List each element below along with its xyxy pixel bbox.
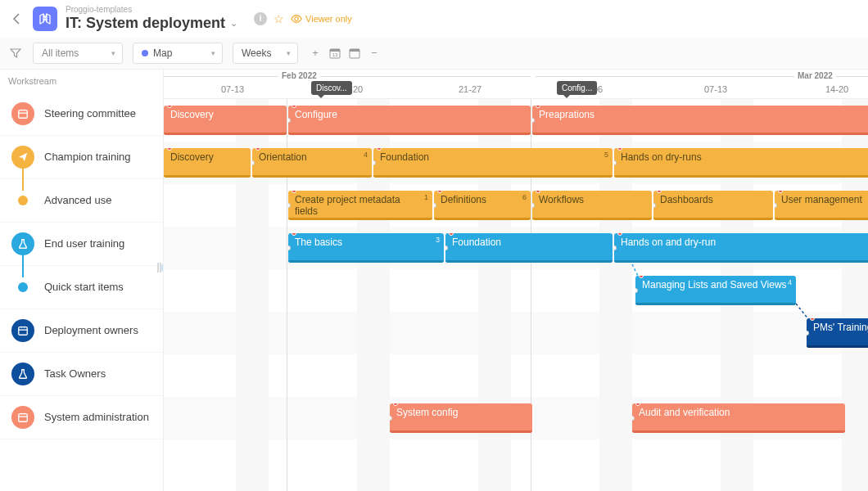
timeline-chart[interactable]: Feb 2022Mar 202207-1314-2021-2728-0607-1… <box>164 70 868 491</box>
back-button[interactable] <box>8 11 25 27</box>
sidebar-item[interactable]: Deployment owners <box>0 309 163 353</box>
task-bar[interactable]: Discovery <box>164 106 287 135</box>
sidebar-item-label: Advanced use <box>44 194 111 206</box>
resize-handle-left[interactable] <box>614 246 617 250</box>
breadcrumb[interactable]: Proggio-templates <box>66 5 237 15</box>
scale-select[interactable]: Weeks <box>233 43 298 64</box>
calendar-icon <box>11 406 34 429</box>
page-title: IT: System deployment <box>66 15 225 33</box>
task-underline <box>288 218 432 220</box>
task-bar[interactable]: Orientation4 <box>252 148 372 178</box>
status-dot-icon <box>810 318 815 321</box>
header: Proggio-templates IT: System deployment … <box>0 0 868 38</box>
title-row[interactable]: IT: System deployment ⌄ <box>66 15 237 33</box>
status-dot-icon <box>437 191 442 193</box>
task-bar[interactable]: Preaprations <box>532 106 868 135</box>
resize-handle-left[interactable] <box>632 416 635 421</box>
task-bar[interactable]: Hands on dry-runs <box>614 148 868 178</box>
send-icon <box>11 146 34 169</box>
resize-handle-left[interactable] <box>288 203 291 208</box>
task-bar[interactable]: Discovery <box>164 148 251 178</box>
sidebar-item[interactable]: Advanced use <box>0 179 163 223</box>
resize-handle-left[interactable] <box>434 203 436 208</box>
resize-handle-left[interactable] <box>807 331 809 336</box>
task-count: 3 <box>436 236 440 244</box>
task-tooltip: Discov... <box>311 81 352 95</box>
sidebar-item[interactable]: End user training <box>0 223 163 266</box>
resize-handle-left[interactable] <box>614 160 617 165</box>
sidebar-item[interactable]: Quick start items <box>0 266 163 309</box>
calendar-icon <box>11 102 34 125</box>
task-bar[interactable]: User management <box>775 191 868 220</box>
week-label: 07-13 <box>704 84 727 94</box>
minus-icon[interactable]: − <box>367 46 382 61</box>
chart-body[interactable]: DiscoveryConfigurePreaprationsDiscoveryO… <box>164 99 868 491</box>
info-icon[interactable]: i <box>254 12 267 25</box>
task-bar[interactable]: PMs' Training <box>807 318 868 348</box>
resize-handle-left[interactable] <box>532 203 535 208</box>
task-bar[interactable]: The basics3 <box>288 233 444 263</box>
filter-icon[interactable] <box>8 47 23 59</box>
task-bar[interactable]: System config <box>390 403 532 433</box>
resize-handle-left[interactable] <box>373 160 376 165</box>
workstream-dot-icon <box>18 196 28 205</box>
status-dot-icon <box>536 191 540 193</box>
sidebar-collapse-handle[interactable] <box>155 258 164 282</box>
task-bar[interactable]: Managing Lists and Saved Views4 <box>635 276 796 305</box>
status-dot-icon <box>255 148 260 151</box>
status-dot-icon <box>657 191 662 193</box>
workstream-header: Workstream <box>0 70 163 92</box>
task-label: Dashboards <box>660 194 713 205</box>
resize-handle-left[interactable] <box>445 246 448 250</box>
task-count: 6 <box>522 193 527 201</box>
filter-select[interactable]: All items <box>33 43 123 64</box>
task-bar[interactable]: Dashboards <box>653 191 773 220</box>
sidebar-item-label: Champion training <box>44 151 131 163</box>
resize-handle-left[interactable] <box>252 160 255 165</box>
calendar-day-icon[interactable]: 13 <box>328 46 342 61</box>
resize-handle-left[interactable] <box>532 118 535 123</box>
task-bar[interactable]: Foundation5 <box>373 148 613 178</box>
resize-handle-left[interactable] <box>775 203 777 208</box>
resize-handle-left[interactable] <box>635 288 638 293</box>
task-underline <box>164 175 251 178</box>
task-bar[interactable]: Hands on and dry-run <box>614 233 868 263</box>
resize-handle-left[interactable] <box>390 416 392 421</box>
calendar-icon[interactable] <box>347 46 362 61</box>
task-label: Orientation <box>259 151 307 163</box>
header-actions: i ☆ Viewer only <box>254 12 352 25</box>
sidebar-item-label: System administration <box>44 411 149 423</box>
resize-handle-left[interactable] <box>653 203 656 208</box>
week-label: 14-20 <box>825 84 848 94</box>
task-label: System config <box>396 407 458 418</box>
star-icon[interactable]: ☆ <box>274 12 284 25</box>
task-label: PMs' Training <box>813 322 868 333</box>
task-underline <box>775 218 868 220</box>
task-bar[interactable]: Workflows <box>532 191 652 220</box>
task-count: 1 <box>424 193 428 201</box>
task-bar[interactable]: Foundation <box>445 233 613 263</box>
status-dot-icon <box>536 106 540 108</box>
task-label: The basics <box>295 236 342 248</box>
sidebar-item[interactable]: Steering committee <box>0 92 163 136</box>
task-label: Hands on dry-runs <box>621 151 702 163</box>
view-select[interactable]: Map <box>133 43 223 64</box>
sidebar-item-label: End user training <box>44 237 124 250</box>
toolbar: All items Map Weeks + 13 − <box>0 38 868 70</box>
task-bar[interactable]: Create project metadata fields1 <box>288 191 432 220</box>
task-label: Managing Lists and Saved Views <box>642 279 787 291</box>
task-bar[interactable]: Audit and verification <box>632 403 845 433</box>
svg-rect-5 <box>350 49 359 52</box>
task-bar[interactable]: Configure <box>288 106 531 135</box>
status-dot-icon <box>167 148 172 151</box>
task-underline <box>653 218 773 220</box>
sidebar-item[interactable]: Champion training <box>0 136 163 179</box>
resize-handle-left[interactable] <box>288 246 291 250</box>
task-bar[interactable]: Definitions6 <box>434 191 531 220</box>
task-label: Foundation <box>452 236 501 248</box>
sidebar-item[interactable]: Task Owners <box>0 353 163 396</box>
status-dot-icon <box>167 106 172 108</box>
plus-icon[interactable]: + <box>308 46 323 61</box>
resize-handle-left[interactable] <box>288 118 291 123</box>
sidebar-item[interactable]: System administration <box>0 396 163 439</box>
